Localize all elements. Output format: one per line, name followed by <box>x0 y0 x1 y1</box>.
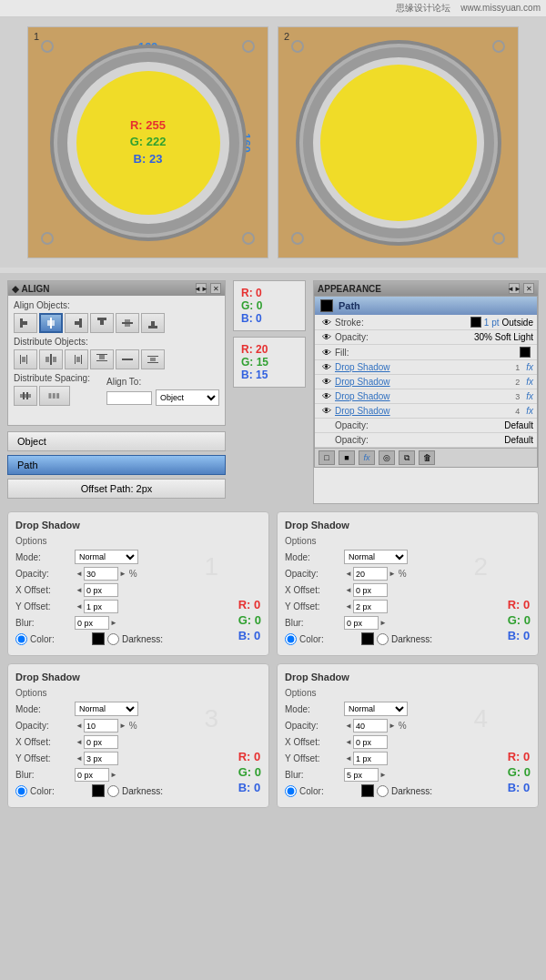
ds1-fx[interactable]: fx <box>526 362 533 372</box>
ds4-opacity-input[interactable] <box>353 719 388 732</box>
spacing-horiz-btn[interactable] <box>39 386 70 406</box>
ds4-opacity-up[interactable]: ► <box>389 722 396 730</box>
ds3-y-down[interactable]: ◄ <box>76 754 83 763</box>
ds2-opacity-down[interactable]: ◄ <box>345 570 352 578</box>
ds1-x-input[interactable] <box>84 583 118 597</box>
ds4-y-down[interactable]: ◄ <box>345 754 352 763</box>
ds2-y-input[interactable] <box>353 600 388 613</box>
dist-top-btn[interactable] <box>90 349 114 369</box>
align-collapse-btn[interactable]: ◄► <box>196 283 207 294</box>
ds1-opacity-up[interactable]: ► <box>119 570 126 578</box>
ds3-fx[interactable]: fx <box>526 391 533 401</box>
ds4-label[interactable]: Drop Shadow <box>335 406 512 416</box>
ds4-blur-input[interactable] <box>344 768 379 782</box>
app-collapse-btn[interactable]: ◄► <box>509 283 520 294</box>
ds2-opacity-input[interactable] <box>353 567 388 581</box>
align-bottom-btn[interactable] <box>141 313 165 333</box>
dist-left-btn[interactable] <box>14 349 37 369</box>
align-left-btn[interactable] <box>14 313 37 333</box>
ds3-x-down[interactable]: ◄ <box>76 738 83 746</box>
align-to-input[interactable] <box>106 391 152 405</box>
ds3-opacity-input[interactable] <box>84 719 118 732</box>
ds3-x-input[interactable] <box>84 735 118 749</box>
ds2-fx[interactable]: fx <box>526 377 533 387</box>
spacing-equal-btn[interactable] <box>14 386 37 406</box>
ds3-darkness-radio[interactable] <box>107 785 119 797</box>
ds3-color-swatch[interactable] <box>92 784 105 797</box>
eye-icon-opacity1[interactable]: 👁 <box>318 332 335 342</box>
ds3-opacity-down[interactable]: ◄ <box>76 722 83 730</box>
ds1-darkness-radio[interactable] <box>107 633 119 645</box>
ds3-label[interactable]: Drop Shadow <box>335 391 512 401</box>
ds1-x-down[interactable]: ◄ <box>76 586 83 594</box>
ds2-blur-input[interactable] <box>344 616 379 630</box>
ds1-blur-right[interactable]: ► <box>110 619 117 627</box>
app-fill-icon[interactable]: ■ <box>339 450 355 465</box>
ds1-opacity-down[interactable]: ◄ <box>76 570 83 578</box>
ds2-blur-right[interactable]: ► <box>379 619 387 627</box>
dist-bottom-btn[interactable] <box>141 349 165 369</box>
align-to-select[interactable]: Object Selection Key Object <box>156 389 219 406</box>
main-tools-row: ◆ ALIGN ◄► ✕ Align Objects: <box>7 280 539 504</box>
dist-right-btn[interactable] <box>65 349 88 369</box>
ds2-color-swatch[interactable] <box>361 632 374 645</box>
ds1-color-swatch[interactable] <box>92 632 105 645</box>
ds4-color-swatch[interactable] <box>361 784 374 797</box>
ds4-darkness-radio[interactable] <box>377 785 389 797</box>
app-del-icon[interactable]: 🗑 <box>419 450 435 465</box>
ds4-x-input[interactable] <box>353 735 388 749</box>
dist-center-h-btn[interactable] <box>39 349 63 369</box>
eye-icon-ds1[interactable]: 👁 <box>318 362 335 372</box>
ds4-blur-right[interactable]: ► <box>379 771 387 779</box>
app-add-icon[interactable]: □ <box>318 450 335 465</box>
align-center-v-btn[interactable] <box>116 313 139 333</box>
ds1-y-down[interactable]: ◄ <box>76 602 83 611</box>
ds4-x-down[interactable]: ◄ <box>345 738 352 746</box>
app-eye-icon[interactable]: ◎ <box>379 450 395 465</box>
ds4-opacity-down[interactable]: ◄ <box>345 722 352 730</box>
app-dup-icon[interactable]: ⧉ <box>399 450 415 465</box>
ds2-darkness-radio[interactable] <box>377 633 389 645</box>
align-right-btn[interactable] <box>65 313 88 333</box>
ds4-color-radio[interactable] <box>285 785 297 797</box>
ds4-fx[interactable]: fx <box>526 406 533 416</box>
ds4-mode-select[interactable]: Normal <box>344 702 408 716</box>
eye-icon-stroke[interactable]: 👁 <box>318 318 335 328</box>
ds1-opacity-input[interactable] <box>84 567 118 581</box>
ds1-mode-select[interactable]: Normal <box>75 550 138 564</box>
eye-icon-fill[interactable]: 👁 <box>318 348 335 358</box>
app-fx-icon[interactable]: fx <box>359 450 375 465</box>
stroke-swatch[interactable] <box>470 317 481 328</box>
ds3-blur-right[interactable]: ► <box>110 771 117 779</box>
fill-swatch[interactable] <box>520 347 531 358</box>
ds2-color-radio[interactable] <box>285 633 297 645</box>
dist-center-v-btn[interactable] <box>116 349 139 369</box>
ds2-mode-select[interactable]: Normal <box>344 550 408 564</box>
ds4-y-input[interactable] <box>353 752 388 765</box>
ds1-label[interactable]: Drop Shadow <box>335 362 512 372</box>
eye-icon-ds2[interactable]: 👁 <box>318 377 335 387</box>
offset-path-button[interactable]: Offset Path: 2px <box>7 479 226 499</box>
align-center-h-btn[interactable] <box>39 313 63 333</box>
ds1-y-input[interactable] <box>84 600 118 613</box>
ds2-y-down[interactable]: ◄ <box>345 602 352 611</box>
ds3-blur-input[interactable] <box>75 768 109 782</box>
ds2-x-input[interactable] <box>353 583 388 597</box>
align-top-btn[interactable] <box>90 313 114 333</box>
ds1-blur-input[interactable] <box>75 616 109 630</box>
ds1-color-radio[interactable] <box>15 633 27 645</box>
ds2-opacity-up[interactable]: ► <box>389 570 396 578</box>
path-button[interactable]: Path <box>7 455 226 475</box>
ds3-mode-select[interactable]: Normal <box>75 702 138 716</box>
app-close-btn[interactable]: ✕ <box>523 283 534 294</box>
object-button[interactable]: Object <box>7 431 226 451</box>
eye-icon-ds4[interactable]: 👁 <box>318 406 335 416</box>
ds3-opacity-up[interactable]: ► <box>119 722 126 730</box>
ds2-label[interactable]: Drop Shadow <box>335 377 512 387</box>
eye-icon-ds3[interactable]: 👁 <box>318 391 335 401</box>
ds2-x-down[interactable]: ◄ <box>345 586 352 594</box>
appearance-ds1-row: 👁 Drop Shadow 1 fx <box>315 360 537 375</box>
ds3-y-input[interactable] <box>84 752 118 765</box>
ds3-color-radio[interactable] <box>15 785 27 797</box>
align-close-btn[interactable]: ✕ <box>210 283 221 294</box>
